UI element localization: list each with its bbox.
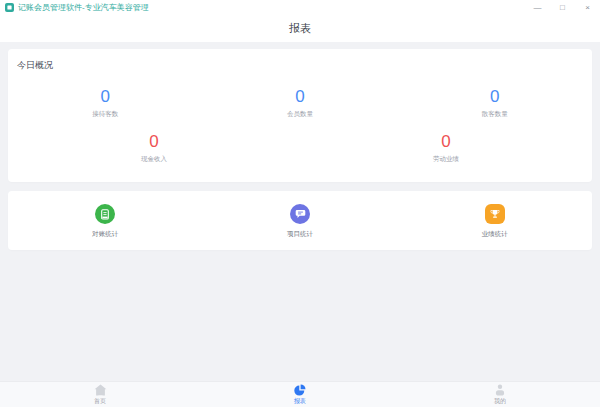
today-overview-card: 今日概况 0 接待客数 0 会员数量 0 散客数量 0 现金收入 [8, 49, 592, 182]
bottom-nav: 首页 报表 我的 [0, 381, 600, 407]
minimize-icon[interactable]: — [525, 0, 550, 15]
shortcut-label: 项目统计 [287, 230, 313, 239]
pie-chart-icon [294, 384, 306, 396]
app-logo-icon [5, 3, 14, 12]
overview-card-title: 今日概况 [8, 59, 592, 72]
home-icon [94, 384, 107, 396]
stat-label: 会员数量 [287, 110, 313, 119]
maximize-icon[interactable]: □ [550, 0, 575, 15]
stat-value: 0 [149, 132, 158, 152]
nav-label: 报表 [294, 397, 306, 406]
app-window: 记账会员管理软件-专业汽车美容管理 — □ × 报表 今日概况 0 接待客数 0… [0, 0, 600, 407]
window-controls: — □ × [525, 0, 600, 15]
page-header: 报表 [0, 15, 600, 42]
reconciliation-stats-icon [95, 204, 115, 224]
nav-item-mine[interactable]: 我的 [400, 382, 600, 407]
shortcut-performance-stats[interactable]: 业绩统计 [397, 204, 592, 239]
stat-label: 劳动业绩 [433, 155, 459, 164]
stat-label: 现金收入 [141, 155, 167, 164]
stats-row-1: 0 接待客数 0 会员数量 0 散客数量 [8, 87, 592, 119]
main-content: 今日概况 0 接待客数 0 会员数量 0 散客数量 0 现金收入 [0, 42, 600, 381]
close-icon[interactable]: × [575, 0, 600, 15]
stat-member-count[interactable]: 0 会员数量 [203, 87, 398, 119]
app-title: 记账会员管理软件-专业汽车美容管理 [18, 2, 149, 13]
stat-label: 接待客数 [92, 110, 118, 119]
shortcut-label: 业绩统计 [482, 230, 508, 239]
stats-row-2: 0 现金收入 0 劳动业绩 [8, 132, 592, 164]
project-stats-icon [290, 204, 310, 224]
user-icon [494, 384, 506, 396]
shortcut-reconciliation-stats[interactable]: 对账统计 [8, 204, 203, 239]
shortcut-label: 对账统计 [92, 230, 118, 239]
stat-value: 0 [101, 87, 110, 107]
nav-label: 首页 [94, 397, 106, 406]
shortcut-project-stats[interactable]: 项目统计 [203, 204, 398, 239]
stat-walkin-count[interactable]: 0 散客数量 [397, 87, 592, 119]
stat-label: 散客数量 [482, 110, 508, 119]
stat-value: 0 [295, 87, 304, 107]
stat-received-customers[interactable]: 0 接待客数 [8, 87, 203, 119]
nav-label: 我的 [494, 397, 506, 406]
nav-item-reports[interactable]: 报表 [200, 382, 400, 407]
nav-item-home[interactable]: 首页 [0, 382, 200, 407]
performance-stats-icon [485, 204, 505, 224]
page-title: 报表 [289, 21, 311, 36]
titlebar: 记账会员管理软件-专业汽车美容管理 — □ × [0, 0, 600, 15]
stat-labor-performance[interactable]: 0 劳动业绩 [300, 132, 592, 164]
stat-cash-income[interactable]: 0 现金收入 [8, 132, 300, 164]
stat-value: 0 [490, 87, 499, 107]
statistics-shortcuts-card: 对账统计 项目统计 [8, 191, 592, 250]
stat-value: 0 [441, 132, 450, 152]
